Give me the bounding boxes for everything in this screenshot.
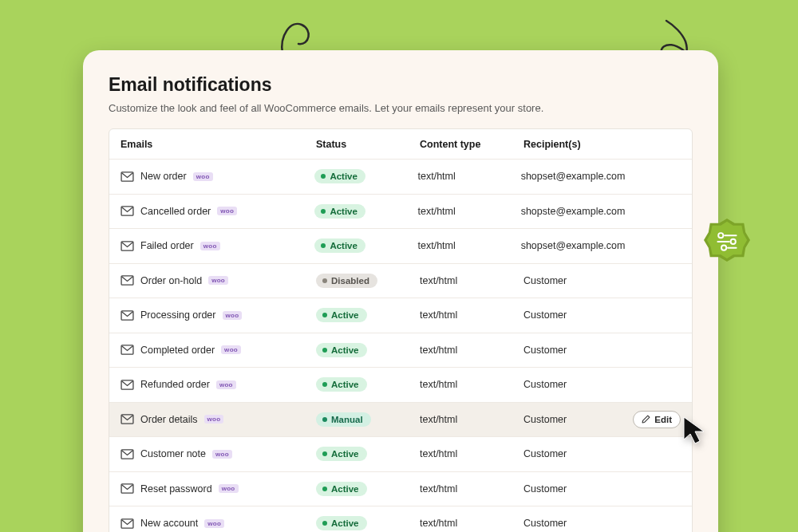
mail-icon bbox=[120, 171, 134, 182]
table-row[interactable]: Reset passwordwooActivetext/htmlCustomer bbox=[109, 472, 692, 507]
cell-status: Active bbox=[316, 447, 420, 461]
settings-gear-badge bbox=[704, 217, 750, 263]
email-name-text: Reset password bbox=[140, 483, 212, 495]
cell-email-name: Refunded orderwoo bbox=[120, 379, 316, 390]
table-row[interactable]: Order on-holdwooDisabledtext/htmlCustome… bbox=[109, 264, 692, 299]
status-pill: Disabled bbox=[316, 274, 377, 288]
status-pill: Active bbox=[316, 377, 367, 392]
cell-email-name: New accountwoo bbox=[120, 518, 316, 529]
cell-content-type: text/html bbox=[420, 414, 523, 425]
table-row[interactable]: Customer notewooActivetext/htmlCustomer bbox=[109, 437, 692, 472]
status-pill: Active bbox=[314, 204, 365, 219]
cell-actions: Edit bbox=[625, 411, 681, 428]
status-dot bbox=[322, 451, 327, 456]
status-dot bbox=[321, 174, 326, 179]
woo-badge: woo bbox=[208, 276, 228, 285]
email-name-text: Order on-hold bbox=[140, 275, 202, 286]
table-row[interactable]: New accountwooActivetext/htmlCustomer bbox=[109, 506, 692, 532]
mail-icon bbox=[120, 275, 134, 286]
edit-button[interactable]: Edit bbox=[633, 411, 681, 428]
mail-icon bbox=[120, 310, 134, 321]
table-row[interactable]: New orderwooActivetext/htmlshopset@examp… bbox=[109, 160, 692, 195]
status-text: Active bbox=[331, 484, 359, 494]
table-row[interactable]: Completed orderwooActivetext/htmlCustome… bbox=[109, 333, 692, 368]
status-dot bbox=[322, 417, 327, 422]
status-text: Active bbox=[331, 380, 359, 389]
status-text: Active bbox=[330, 171, 358, 181]
cell-status: Active bbox=[314, 169, 417, 183]
cell-content-type: text/html bbox=[420, 275, 523, 286]
cell-email-name: Completed orderwoo bbox=[120, 345, 316, 356]
cell-email-name: Failed orderwoo bbox=[120, 240, 314, 251]
cell-email-name: Cancelled orderwoo bbox=[120, 206, 314, 217]
status-dot bbox=[321, 209, 326, 214]
cell-recipient: shopset@example.com bbox=[521, 171, 626, 182]
page-subtitle: Customize the look and feel of all WooCo… bbox=[109, 102, 693, 114]
status-dot bbox=[322, 521, 327, 526]
woo-badge: woo bbox=[193, 172, 213, 181]
table-row[interactable]: Refunded orderwooActivetext/htmlCustomer bbox=[109, 368, 692, 403]
status-pill: Active bbox=[314, 238, 365, 253]
cell-recipient: Customer bbox=[523, 448, 625, 459]
table-row[interactable]: Cancelled orderwooActivetext/htmlshopste… bbox=[109, 195, 692, 230]
cell-recipient: Customer bbox=[523, 518, 625, 529]
cell-status: Active bbox=[316, 516, 420, 530]
status-text: Active bbox=[331, 449, 359, 459]
cell-recipient: Customer bbox=[523, 275, 625, 286]
mail-icon bbox=[120, 518, 134, 529]
status-dot bbox=[322, 313, 327, 317]
header-status: Status bbox=[316, 139, 420, 150]
mail-icon bbox=[120, 206, 134, 216]
status-pill: Active bbox=[316, 447, 367, 461]
page-title: Email notifications bbox=[109, 74, 693, 96]
header-emails: Emails bbox=[120, 139, 316, 150]
cell-status: Active bbox=[314, 238, 417, 253]
cell-status: Manual bbox=[316, 412, 420, 427]
woo-badge: woo bbox=[212, 450, 232, 459]
cell-recipient: Customer bbox=[523, 309, 625, 321]
cell-recipient: Customer bbox=[523, 379, 625, 390]
email-name-text: Failed order bbox=[140, 240, 194, 251]
cell-status: Disabled bbox=[316, 274, 420, 288]
status-text: Active bbox=[331, 518, 359, 528]
woo-badge: woo bbox=[219, 484, 239, 493]
cell-email-name: Processing orderwoo bbox=[120, 309, 316, 321]
status-pill: Active bbox=[316, 343, 367, 357]
email-notifications-panel: Email notifications Customize the look a… bbox=[83, 50, 718, 532]
woo-badge: woo bbox=[223, 311, 243, 320]
emails-table: Emails Status Content type Recipient(s) … bbox=[109, 128, 693, 532]
email-name-text: Cancelled order bbox=[140, 206, 211, 217]
status-dot bbox=[322, 487, 327, 491]
edit-label: Edit bbox=[654, 415, 672, 424]
table-row[interactable]: Failed orderwooActivetext/htmlshopset@ex… bbox=[109, 229, 692, 264]
table-row[interactable]: Processing orderwooActivetext/htmlCustom… bbox=[109, 298, 692, 333]
cell-status: Active bbox=[316, 377, 420, 392]
cell-status: Active bbox=[316, 482, 420, 496]
woo-badge: woo bbox=[217, 207, 237, 215]
email-name-text: Completed order bbox=[140, 345, 215, 356]
status-text: Active bbox=[331, 310, 359, 320]
status-pill: Manual bbox=[316, 412, 371, 427]
cursor-pointer-icon bbox=[681, 415, 709, 447]
cell-status: Active bbox=[316, 343, 420, 357]
table-row[interactable]: Order detailswooManualtext/htmlCustomerE… bbox=[109, 403, 692, 438]
cell-status: Active bbox=[314, 204, 417, 219]
status-text: Active bbox=[331, 345, 359, 355]
status-pill: Active bbox=[316, 482, 367, 496]
status-text: Manual bbox=[331, 415, 363, 424]
status-dot bbox=[322, 382, 327, 387]
header-content-type: Content type bbox=[420, 139, 523, 150]
status-dot bbox=[322, 278, 327, 283]
cell-recipient: Customer bbox=[523, 345, 625, 356]
status-dot bbox=[322, 348, 327, 353]
woo-badge: woo bbox=[204, 519, 224, 528]
cell-content-type: text/html bbox=[420, 448, 523, 459]
cell-email-name: Customer notewoo bbox=[120, 448, 316, 459]
svg-marker-1 bbox=[707, 222, 747, 258]
woo-badge: woo bbox=[221, 345, 241, 354]
status-dot bbox=[321, 243, 326, 248]
cell-email-name: Reset passwordwoo bbox=[120, 483, 316, 495]
status-pill: Active bbox=[316, 308, 367, 322]
cell-content-type: text/html bbox=[420, 483, 523, 495]
cell-email-name: New orderwoo bbox=[120, 171, 314, 182]
